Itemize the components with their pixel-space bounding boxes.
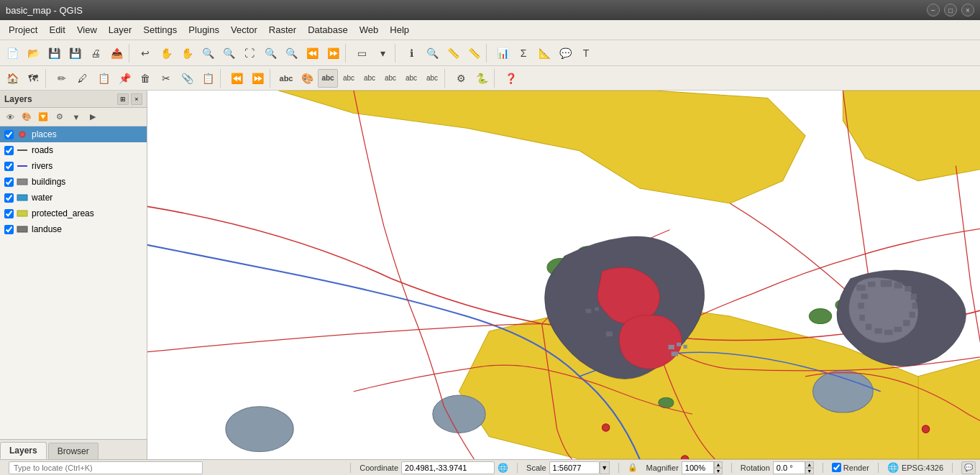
label-strikeout-button[interactable]: abc <box>380 69 400 88</box>
layer-item-roads[interactable]: roads <box>0 142 147 158</box>
pan-map-button2[interactable]: ✋ <box>177 44 197 63</box>
node-tool-button[interactable]: 📌 <box>114 69 134 88</box>
layer-item-protected-areas[interactable]: protected_areas <box>0 206 147 221</box>
zoom-layer-button[interactable]: 🔍 <box>281 44 301 63</box>
annotation-button[interactable]: 💬 <box>555 44 575 63</box>
layer-checkbox-buildings[interactable] <box>4 177 14 187</box>
menu-plugins[interactable]: Plugins <box>183 23 225 37</box>
layer-checkbox-places[interactable] <box>4 130 14 139</box>
label-show-button[interactable]: abc <box>422 69 442 88</box>
digitize-button[interactable]: 🏠 <box>2 69 22 88</box>
menu-raster[interactable]: Raster <box>263 23 302 37</box>
map-area[interactable] <box>147 91 980 459</box>
copy-features-button[interactable]: 📎 <box>177 69 197 88</box>
tab-layers[interactable]: Layers <box>0 442 47 459</box>
paste-features-button[interactable]: 📋 <box>198 69 218 88</box>
filter-layer-by-expression-button[interactable]: 🔽 <box>35 110 51 124</box>
layer-item-places[interactable]: places <box>0 126 147 142</box>
crs-item[interactable]: 🌐 EPSG:4326 <box>887 462 943 473</box>
digitize-feature-button[interactable]: 🖊 <box>73 69 93 88</box>
qgis-server-button[interactable]: ⚙ <box>451 69 471 88</box>
menu-project[interactable]: Project <box>3 23 43 37</box>
collapse-all-button[interactable]: ▶ <box>85 110 101 124</box>
label-button[interactable]: abc <box>276 69 296 88</box>
render-checkbox[interactable] <box>832 463 841 472</box>
open-layer-styling-button[interactable]: 👁 <box>2 110 18 124</box>
save-project-button[interactable]: 💾 <box>44 44 64 63</box>
scale-dropdown-button[interactable]: ▼ <box>600 461 610 474</box>
python-console-button[interactable]: 🐍 <box>472 69 492 88</box>
minimize-button[interactable]: − <box>927 4 940 17</box>
label-color-button[interactable]: 🎨 <box>297 69 317 88</box>
menu-database[interactable]: Database <box>302 23 354 37</box>
layer-checkbox-rivers[interactable] <box>4 162 14 171</box>
undo-button[interactable]: ↩ <box>135 44 155 63</box>
label-bold-button[interactable]: abc <box>318 69 338 88</box>
scale-input[interactable] <box>549 461 600 474</box>
rotation-up-button[interactable]: ▲ <box>805 461 814 468</box>
zoom-last-button[interactable]: ⏪ <box>302 44 322 63</box>
open-project-button[interactable]: 📂 <box>23 44 43 63</box>
layer-item-rivers[interactable]: rivers <box>0 158 147 174</box>
menu-vector[interactable]: Vector <box>225 23 263 37</box>
undo-edits-button[interactable]: ⏪ <box>226 69 247 88</box>
print-layout-button[interactable]: 🖨 <box>86 44 106 63</box>
menu-settings[interactable]: Settings <box>137 23 183 37</box>
label-pin-button[interactable]: abc <box>401 69 421 88</box>
help-button[interactable]: ❓ <box>500 69 521 88</box>
measure-btn2[interactable]: 📏 <box>464 44 484 63</box>
select-feature-button2[interactable]: ▾ <box>372 44 393 63</box>
open-field-calc[interactable]: 📊 <box>493 44 513 63</box>
layer-checkbox-water[interactable] <box>4 193 14 203</box>
magnifier-up-button[interactable]: ▲ <box>714 461 723 468</box>
expand-all-button[interactable]: ▼ <box>68 110 84 124</box>
menu-web[interactable]: Web <box>354 23 385 37</box>
cut-features-button[interactable]: ✂ <box>156 69 176 88</box>
identify-button[interactable]: ℹ <box>401 44 421 63</box>
measure-line[interactable]: 📐 <box>534 44 554 63</box>
rotation-down-button[interactable]: ▼ <box>805 468 814 474</box>
layer-checkbox-landuse[interactable] <box>4 225 14 234</box>
zoom-in-button[interactable]: 🔍 <box>198 44 218 63</box>
label-italic-button[interactable]: abc <box>339 69 359 88</box>
layer-checkbox-protected-areas[interactable] <box>4 209 14 218</box>
save-as-button[interactable]: 💾 <box>65 44 85 63</box>
print-button[interactable]: 📤 <box>106 44 127 63</box>
stat-summary[interactable]: Σ <box>513 44 533 63</box>
zoom-selection-button[interactable]: 🔍 <box>260 44 280 63</box>
menu-help[interactable]: Help <box>384 23 415 37</box>
zoom-next-button[interactable]: ⏩ <box>323 44 343 63</box>
delete-selected-button[interactable]: 🗑 <box>135 69 155 88</box>
rotation-input[interactable] <box>773 461 805 474</box>
edit-layer-button[interactable]: ✏ <box>52 69 72 88</box>
text-annotation-button[interactable]: T <box>576 44 596 63</box>
maximize-button[interactable]: □ <box>944 4 957 17</box>
zoom-full-button[interactable]: ⛶ <box>239 44 260 63</box>
new-project-button[interactable]: 📄 <box>2 44 22 63</box>
magnifier-down-button[interactable]: ▼ <box>714 468 723 474</box>
layers-panel-float-button[interactable]: ⊞ <box>117 93 129 105</box>
menu-layer[interactable]: Layer <box>103 23 138 37</box>
layer-item-landuse[interactable]: landuse <box>0 221 147 237</box>
layer-item-buildings[interactable]: buildings <box>0 174 147 190</box>
capture-button[interactable]: 📋 <box>93 69 114 88</box>
pan-map-button[interactable]: ✋ <box>156 44 176 63</box>
add-group-button[interactable]: ⚙ <box>52 110 68 124</box>
tab-browser[interactable]: Browser <box>48 443 99 459</box>
layer-filter-button[interactable]: 🎨 <box>19 110 35 124</box>
select-feature-button[interactable]: ▭ <box>352 44 372 63</box>
locate-input[interactable] <box>9 461 203 474</box>
menu-view[interactable]: View <box>71 23 103 37</box>
identify-button2[interactable]: 🔍 <box>422 44 442 63</box>
coordinate-input[interactable] <box>401 461 495 474</box>
redo-edits-button[interactable]: ⏩ <box>247 69 267 88</box>
magnifier-input[interactable] <box>682 461 714 474</box>
messages-button[interactable]: 💬 <box>961 461 976 474</box>
zoom-out-button[interactable]: 🔍 <box>219 44 239 63</box>
layers-panel-close-button[interactable]: × <box>131 93 142 105</box>
canvas-button[interactable]: 🗺 <box>23 69 43 88</box>
close-button[interactable]: × <box>961 4 974 17</box>
menu-edit[interactable]: Edit <box>43 23 70 37</box>
layer-item-water[interactable]: water <box>0 190 147 206</box>
label-underline-button[interactable]: abc <box>360 69 380 88</box>
